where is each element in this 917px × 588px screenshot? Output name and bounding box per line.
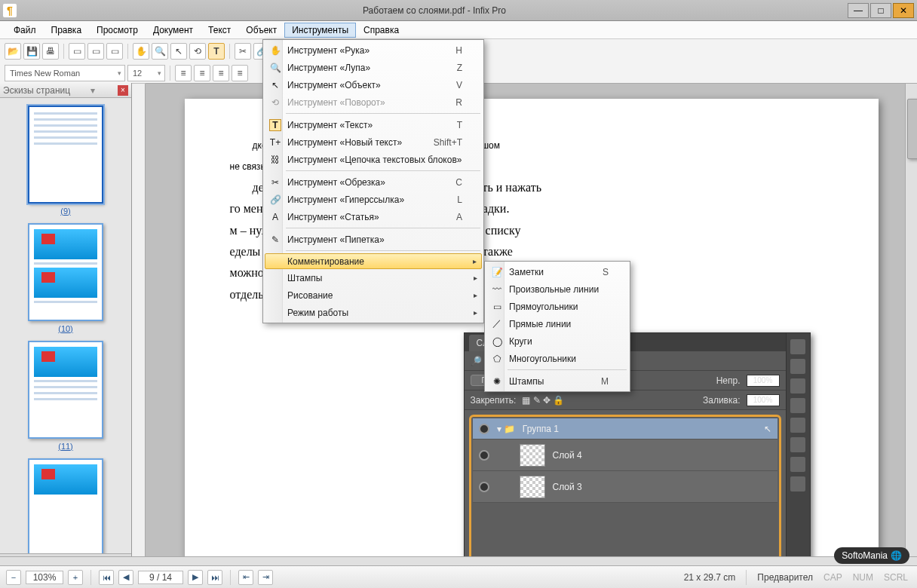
chevron-right-icon: ▸	[474, 291, 477, 299]
page3-icon[interactable]: ▭	[106, 43, 123, 60]
minimize-button[interactable]: —	[848, 3, 869, 18]
prev-page-button[interactable]: ◀	[118, 570, 133, 585]
menuitem[interactable]: 🔍Инструмент «Лупа»Z	[265, 59, 482, 76]
page-icon[interactable]: ▭	[69, 43, 85, 60]
maximize-button[interactable]: □	[870, 3, 891, 18]
menuitem[interactable]: Комментирование▸	[265, 253, 482, 269]
menuitem[interactable]: ↖Инструмент «Объект»V	[265, 76, 482, 93]
menuitem-label: Инструмент «Новый текст»	[287, 137, 402, 148]
menuitem-label: Произвольные линии	[509, 284, 599, 295]
zoom-in-button[interactable]: +	[68, 570, 83, 585]
menu-icon	[269, 272, 281, 284]
vertical-scrollbar[interactable]	[905, 84, 917, 588]
rotate-tool-icon[interactable]: ⟲	[189, 43, 206, 60]
zoom-out-button[interactable]: −	[6, 570, 21, 585]
menuitem[interactable]: ✺ШтампыM	[486, 372, 628, 390]
menu-icon: ⛓	[269, 154, 281, 166]
text-tool-icon[interactable]: T	[208, 43, 225, 60]
menuitem[interactable]: ▭Прямоугольники	[486, 298, 628, 315]
zoom-field[interactable]: 103%	[26, 571, 63, 584]
menu-Справка[interactable]: Справка	[356, 23, 406, 38]
menuitem-label: Инструмент «Цепочка текстовых блоков»	[287, 155, 462, 165]
menuitem[interactable]: 📝ЗаметкиS	[486, 263, 628, 280]
hand-tool-icon[interactable]: ✋	[133, 43, 149, 60]
first-page-button[interactable]: ⏮	[99, 570, 114, 585]
menu-Правка[interactable]: Правка	[44, 23, 90, 38]
preview-label: Предварител	[754, 572, 816, 583]
ps-layers-list: ▾ 📁 Группа 1 ↖ Слой 4	[469, 415, 781, 561]
footer-strip	[0, 556, 917, 565]
thumbnails-pin-icon[interactable]: ▾	[90, 85, 95, 96]
align-justify-icon[interactable]: ≡	[232, 65, 248, 81]
menu-icon: ✎	[269, 234, 281, 246]
close-button[interactable]: ✕	[893, 3, 914, 18]
menuitem[interactable]: ⬠Многоугольники	[486, 350, 628, 367]
menuitem-label: Инструмент «Обрезка»	[287, 177, 385, 188]
align-right-icon[interactable]: ≡	[213, 65, 229, 81]
menu-icon: ✂	[269, 176, 281, 188]
menuitem-label: Инструмент «Рука»	[287, 45, 370, 56]
menu-icon: ✺	[491, 375, 503, 387]
thumbnail[interactable]	[28, 458, 103, 553]
ps-layer-row: Слой 4	[473, 439, 777, 471]
menu-icon: ▭	[491, 301, 503, 313]
menuitem-label: Штампы	[509, 376, 544, 387]
menuitem[interactable]: Режим работы▸	[265, 304, 482, 321]
menuitem[interactable]: AИнструмент «Статья»A	[265, 208, 482, 225]
menuitem[interactable]: ⛓Инструмент «Цепочка текстовых блоков»	[265, 151, 482, 168]
crop-tool-icon[interactable]: ✂	[235, 43, 251, 60]
menuitem-label: Рисование	[287, 290, 333, 301]
fontsize-combo[interactable]: 12	[127, 65, 165, 81]
menuitem[interactable]: ◯Круги	[486, 332, 628, 350]
eye-icon	[479, 424, 489, 434]
align-left-icon[interactable]: ≡	[175, 65, 192, 81]
watermark: SoftoMania🌐	[834, 547, 909, 564]
thumbnail[interactable]	[28, 106, 103, 204]
thumbnail[interactable]	[28, 341, 103, 439]
thumbnails-close-icon[interactable]: ×	[118, 85, 128, 96]
print-icon[interactable]: 🖶	[42, 43, 59, 60]
menuitem[interactable]: Штампы▸	[265, 269, 482, 286]
zoom-tool-icon[interactable]: 🔍	[152, 43, 168, 60]
font-combo[interactable]: Times New Roman	[5, 65, 125, 81]
menuitem[interactable]: Рисование▸	[265, 286, 482, 304]
vertical-ruler	[132, 84, 146, 588]
thumbnail[interactable]	[28, 223, 103, 321]
menuitem: ⟲Инструмент «Поворот»R	[265, 93, 482, 111]
thumbnail-label: (11)	[8, 442, 124, 451]
back-button[interactable]: ⇤	[238, 570, 253, 585]
save-icon[interactable]: 💾	[23, 43, 40, 60]
menuitem[interactable]: 〰Произвольные линии	[486, 280, 628, 298]
menuitem[interactable]: 🔗Инструмент «Гиперссылка»L	[265, 191, 482, 208]
menuitem[interactable]: ✎Инструмент «Пипетка»	[265, 231, 482, 248]
menu-Просмотр[interactable]: Просмотр	[89, 23, 146, 38]
page-field[interactable]: 9 / 14	[138, 571, 183, 584]
align-center-icon[interactable]: ≡	[194, 65, 210, 81]
menu-Объект[interactable]: Объект	[238, 23, 284, 38]
menuitem[interactable]: ✂Инструмент «Обрезка»C	[265, 173, 482, 191]
pointer-tool-icon[interactable]: ↖	[170, 43, 187, 60]
menu-Текст[interactable]: Текст	[201, 23, 238, 38]
open-icon[interactable]: 📂	[5, 43, 21, 60]
menubar: ФайлПравкаПросмотрДокументТекстОбъектИнс…	[0, 21, 917, 39]
menu-icon: 〰	[491, 283, 503, 296]
menu-Документ[interactable]: Документ	[146, 23, 201, 38]
menu-Инструменты[interactable]: Инструменты	[284, 23, 356, 38]
window-title: Работаем со слоями.pdf - Infix Pro	[21, 5, 848, 16]
last-page-button[interactable]: ⏭	[207, 570, 222, 585]
chevron-right-icon: ▸	[474, 274, 477, 282]
menu-icon: ⬠	[491, 353, 503, 365]
ps-layer-row: Слой 3	[473, 471, 777, 503]
menu-icon	[269, 307, 281, 319]
menuitem[interactable]: ✋Инструмент «Рука»H	[265, 41, 482, 59]
thumbnails-body[interactable]: (9) (10) (11)	[0, 98, 131, 553]
menuitem[interactable]: T+Инструмент «Новый текст»Shift+T	[265, 133, 482, 151]
next-page-button[interactable]: ▶	[188, 570, 203, 585]
forward-button[interactable]: ⇥	[258, 570, 273, 585]
menuitem[interactable]: TИнструмент «Текст»T	[265, 116, 482, 133]
page2-icon[interactable]: ▭	[87, 43, 104, 60]
app-icon: ¶	[3, 4, 17, 17]
menu-icon: ⟲	[269, 96, 281, 109]
menuitem[interactable]: ／Прямые линии	[486, 315, 628, 332]
menu-Файл[interactable]: Файл	[6, 23, 44, 38]
